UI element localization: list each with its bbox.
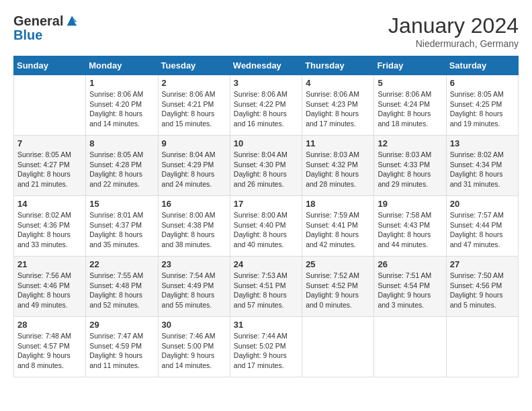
day-number: 15	[89, 199, 154, 209]
calendar-cell: 17 Sunrise: 8:00 AMSunset: 4:40 PMDaylig…	[230, 196, 302, 257]
day-info: Sunrise: 7:56 AMSunset: 4:46 PMDaylight:…	[17, 271, 71, 309]
day-number: 4	[306, 78, 370, 88]
weekday-header: Tuesday	[158, 56, 230, 75]
calendar-cell: 29 Sunrise: 7:47 AMSunset: 4:59 PMDaylig…	[86, 317, 158, 377]
calendar-cell	[374, 317, 446, 377]
day-info: Sunrise: 8:05 AMSunset: 4:28 PMDaylight:…	[89, 150, 143, 188]
calendar-cell: 20 Sunrise: 7:57 AMSunset: 4:44 PMDaylig…	[446, 196, 518, 257]
day-number: 9	[162, 138, 226, 148]
calendar-week-row: 21 Sunrise: 7:56 AMSunset: 4:46 PMDaylig…	[14, 257, 519, 317]
day-number: 23	[162, 259, 226, 269]
weekday-header: Sunday	[14, 56, 86, 75]
calendar-cell: 8 Sunrise: 8:05 AMSunset: 4:28 PMDayligh…	[86, 136, 158, 196]
weekday-header-row: SundayMondayTuesdayWednesdayThursdayFrid…	[14, 56, 519, 75]
day-number: 13	[450, 138, 515, 148]
calendar-week-row: 28 Sunrise: 7:48 AMSunset: 4:57 PMDaylig…	[14, 317, 519, 377]
calendar-cell: 6 Sunrise: 8:05 AMSunset: 4:25 PMDayligh…	[446, 75, 518, 136]
day-info: Sunrise: 8:00 AMSunset: 4:38 PMDaylight:…	[162, 211, 216, 248]
calendar-cell: 15 Sunrise: 8:01 AMSunset: 4:37 PMDaylig…	[86, 196, 158, 257]
logo-blue: Blue	[13, 28, 42, 42]
calendar-cell: 4 Sunrise: 8:06 AMSunset: 4:23 PMDayligh…	[302, 75, 374, 136]
day-info: Sunrise: 7:48 AMSunset: 4:57 PMDaylight:…	[17, 332, 71, 369]
day-info: Sunrise: 8:06 AMSunset: 4:23 PMDaylight:…	[306, 90, 359, 128]
day-number: 16	[162, 199, 226, 209]
day-number: 20	[450, 199, 515, 209]
day-number: 17	[234, 199, 298, 209]
day-info: Sunrise: 8:06 AMSunset: 4:21 PMDaylight:…	[162, 90, 216, 128]
weekday-header: Thursday	[302, 56, 374, 75]
day-number: 19	[378, 199, 442, 209]
day-info: Sunrise: 7:44 AMSunset: 5:02 PMDaylight:…	[234, 332, 287, 369]
day-info: Sunrise: 7:53 AMSunset: 4:51 PMDaylight:…	[234, 271, 287, 309]
day-number: 30	[162, 320, 226, 330]
logo-text: General Blue	[13, 13, 79, 42]
weekday-header: Monday	[86, 56, 158, 75]
day-info: Sunrise: 8:00 AMSunset: 4:40 PMDaylight:…	[234, 211, 287, 248]
calendar-cell: 25 Sunrise: 7:52 AMSunset: 4:52 PMDaylig…	[302, 257, 374, 317]
day-number: 5	[378, 78, 442, 88]
day-info: Sunrise: 8:05 AMSunset: 4:25 PMDaylight:…	[450, 90, 504, 128]
calendar-cell: 26 Sunrise: 7:51 AMSunset: 4:54 PMDaylig…	[374, 257, 446, 317]
calendar-cell: 30 Sunrise: 7:46 AMSunset: 5:00 PMDaylig…	[158, 317, 230, 377]
logo-icon	[64, 13, 79, 28]
day-info: Sunrise: 8:04 AMSunset: 4:29 PMDaylight:…	[162, 150, 216, 188]
day-number: 25	[306, 259, 370, 269]
day-info: Sunrise: 7:52 AMSunset: 4:52 PMDaylight:…	[306, 271, 359, 309]
calendar-cell: 19 Sunrise: 7:58 AMSunset: 4:43 PMDaylig…	[374, 196, 446, 257]
day-number: 31	[234, 320, 298, 330]
day-number: 7	[17, 138, 82, 148]
day-number: 28	[17, 320, 82, 330]
calendar-cell	[14, 75, 86, 136]
calendar-cell: 12 Sunrise: 8:03 AMSunset: 4:33 PMDaylig…	[374, 136, 446, 196]
calendar-cell	[302, 317, 374, 377]
calendar-week-row: 7 Sunrise: 8:05 AMSunset: 4:27 PMDayligh…	[14, 136, 519, 196]
day-info: Sunrise: 7:55 AMSunset: 4:48 PMDaylight:…	[89, 271, 143, 309]
calendar-cell: 3 Sunrise: 8:06 AMSunset: 4:22 PMDayligh…	[230, 75, 302, 136]
weekday-header: Friday	[374, 56, 446, 75]
calendar-cell: 9 Sunrise: 8:04 AMSunset: 4:29 PMDayligh…	[158, 136, 230, 196]
calendar-cell: 27 Sunrise: 7:50 AMSunset: 4:56 PMDaylig…	[446, 257, 518, 317]
calendar-cell: 21 Sunrise: 7:56 AMSunset: 4:46 PMDaylig…	[14, 257, 86, 317]
day-number: 29	[89, 320, 154, 330]
calendar-table: SundayMondayTuesdayWednesdayThursdayFrid…	[13, 56, 519, 377]
weekday-header: Saturday	[446, 56, 518, 75]
day-info: Sunrise: 7:58 AMSunset: 4:43 PMDaylight:…	[378, 211, 431, 248]
calendar-cell: 14 Sunrise: 8:02 AMSunset: 4:36 PMDaylig…	[14, 196, 86, 257]
calendar-week-row: 14 Sunrise: 8:02 AMSunset: 4:36 PMDaylig…	[14, 196, 519, 257]
calendar-cell: 31 Sunrise: 7:44 AMSunset: 5:02 PMDaylig…	[230, 317, 302, 377]
weekday-header: Wednesday	[230, 56, 302, 75]
calendar-cell: 23 Sunrise: 7:54 AMSunset: 4:49 PMDaylig…	[158, 257, 230, 317]
calendar-cell: 2 Sunrise: 8:06 AMSunset: 4:21 PMDayligh…	[158, 75, 230, 136]
location: Niedermurach, Germany	[388, 38, 519, 49]
day-number: 2	[162, 78, 226, 88]
day-info: Sunrise: 8:02 AMSunset: 4:36 PMDaylight:…	[17, 211, 71, 248]
calendar-cell: 16 Sunrise: 8:00 AMSunset: 4:38 PMDaylig…	[158, 196, 230, 257]
day-info: Sunrise: 7:51 AMSunset: 4:54 PMDaylight:…	[378, 271, 431, 309]
logo-general: General	[13, 14, 63, 28]
day-info: Sunrise: 8:02 AMSunset: 4:34 PMDaylight:…	[450, 150, 504, 188]
calendar-cell: 22 Sunrise: 7:55 AMSunset: 4:48 PMDaylig…	[86, 257, 158, 317]
calendar-cell: 28 Sunrise: 7:48 AMSunset: 4:57 PMDaylig…	[14, 317, 86, 377]
day-info: Sunrise: 8:03 AMSunset: 4:32 PMDaylight:…	[306, 150, 359, 188]
day-number: 26	[378, 259, 442, 269]
day-number: 6	[450, 78, 515, 88]
day-info: Sunrise: 8:03 AMSunset: 4:33 PMDaylight:…	[378, 150, 431, 188]
day-info: Sunrise: 7:47 AMSunset: 4:59 PMDaylight:…	[89, 332, 143, 369]
day-number: 18	[306, 199, 370, 209]
day-info: Sunrise: 8:06 AMSunset: 4:20 PMDaylight:…	[89, 90, 143, 128]
calendar-week-row: 1 Sunrise: 8:06 AMSunset: 4:20 PMDayligh…	[14, 75, 519, 136]
day-number: 10	[234, 138, 298, 148]
calendar-cell: 24 Sunrise: 7:53 AMSunset: 4:51 PMDaylig…	[230, 257, 302, 317]
day-info: Sunrise: 7:57 AMSunset: 4:44 PMDaylight:…	[450, 211, 504, 248]
day-number: 1	[89, 78, 154, 88]
day-number: 12	[378, 138, 442, 148]
day-info: Sunrise: 7:50 AMSunset: 4:56 PMDaylight:…	[450, 271, 504, 309]
day-number: 22	[89, 259, 154, 269]
day-info: Sunrise: 7:46 AMSunset: 5:00 PMDaylight:…	[162, 332, 216, 369]
day-info: Sunrise: 8:04 AMSunset: 4:30 PMDaylight:…	[234, 150, 287, 188]
calendar-cell: 18 Sunrise: 7:59 AMSunset: 4:41 PMDaylig…	[302, 196, 374, 257]
calendar-cell: 10 Sunrise: 8:04 AMSunset: 4:30 PMDaylig…	[230, 136, 302, 196]
calendar-cell: 7 Sunrise: 8:05 AMSunset: 4:27 PMDayligh…	[14, 136, 86, 196]
month-year: January 2024	[388, 13, 519, 38]
day-info: Sunrise: 7:54 AMSunset: 4:49 PMDaylight:…	[162, 271, 216, 309]
